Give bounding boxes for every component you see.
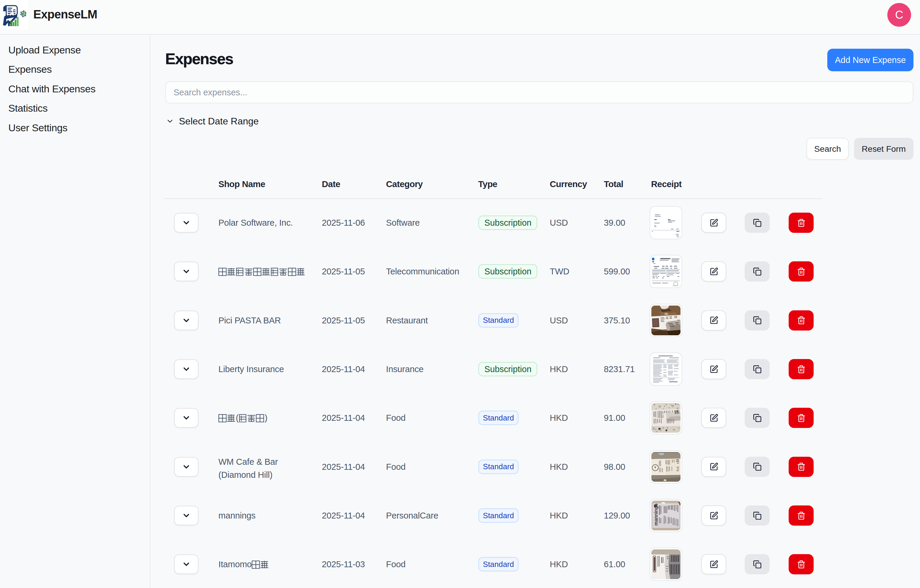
svg-text:mannings: mannings	[653, 504, 659, 526]
